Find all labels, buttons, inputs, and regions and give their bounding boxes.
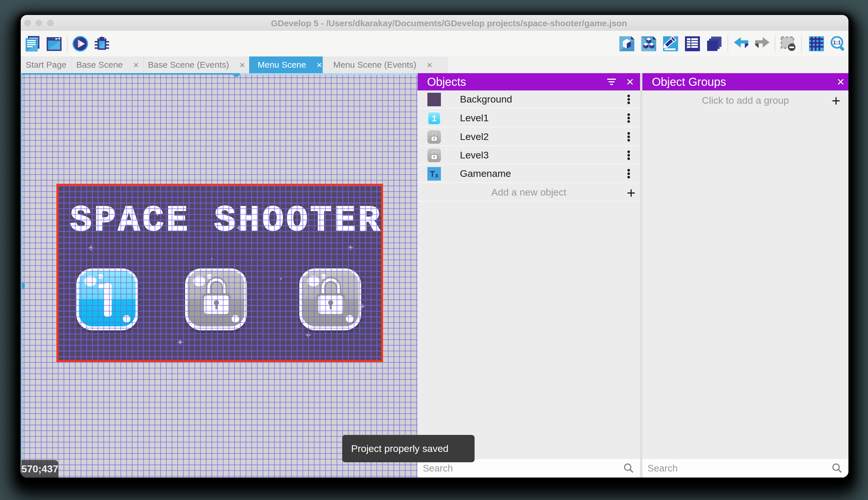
svg-text:1:1: 1:1 (833, 39, 841, 46)
